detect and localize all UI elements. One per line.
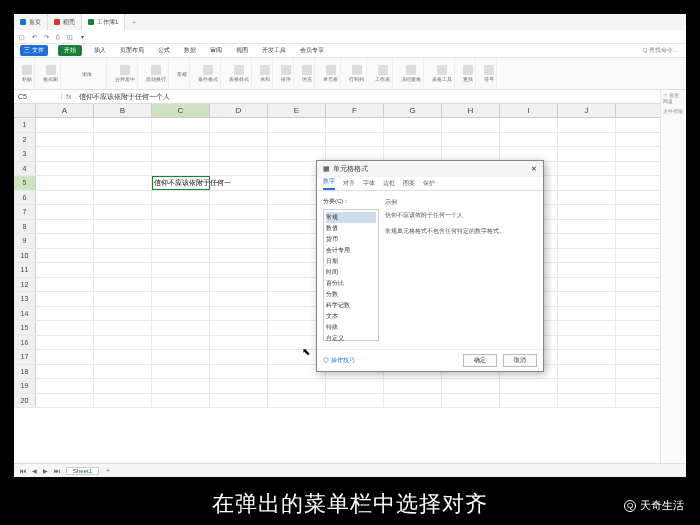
- tips-link[interactable]: ◎ 操作技巧: [323, 356, 355, 365]
- format-painter-icon[interactable]: [46, 65, 56, 75]
- tab-layout[interactable]: 页面布局: [118, 46, 146, 55]
- cell[interactable]: [210, 234, 268, 248]
- cell[interactable]: [558, 321, 616, 335]
- col-e[interactable]: E: [268, 104, 326, 117]
- cell[interactable]: [152, 205, 210, 219]
- cell[interactable]: [36, 249, 94, 263]
- cell[interactable]: [152, 234, 210, 248]
- cell[interactable]: [384, 118, 442, 132]
- cell[interactable]: [94, 394, 152, 408]
- worksheet-icon[interactable]: [378, 65, 388, 75]
- cell[interactable]: [268, 379, 326, 393]
- cell[interactable]: [152, 133, 210, 147]
- sheet-nav-first-icon[interactable]: ⏮: [20, 468, 26, 474]
- tab-pattern[interactable]: 图案: [403, 179, 415, 190]
- row-header-9[interactable]: 9: [14, 234, 36, 248]
- fx-icon[interactable]: fx: [62, 93, 75, 100]
- category-item[interactable]: 百分比: [326, 278, 376, 289]
- cancel-button[interactable]: 取消: [503, 354, 537, 367]
- col-a[interactable]: A: [36, 104, 94, 117]
- cell[interactable]: [384, 133, 442, 147]
- select-all-corner[interactable]: [14, 104, 36, 117]
- col-g[interactable]: G: [384, 104, 442, 117]
- merge-icon[interactable]: [120, 65, 130, 75]
- cell[interactable]: [558, 263, 616, 277]
- tab-formula[interactable]: 公式: [156, 46, 172, 55]
- cell[interactable]: [94, 162, 152, 176]
- cell[interactable]: [558, 278, 616, 292]
- cell[interactable]: [558, 307, 616, 321]
- cell[interactable]: [152, 191, 210, 205]
- rowcol-icon[interactable]: [352, 65, 362, 75]
- row-header-19[interactable]: 19: [14, 379, 36, 393]
- cell[interactable]: [210, 133, 268, 147]
- cell[interactable]: [442, 118, 500, 132]
- cell[interactable]: [268, 118, 326, 132]
- cell[interactable]: [152, 118, 210, 132]
- sheet-nav-next-icon[interactable]: ▶: [43, 467, 48, 474]
- row-header-16[interactable]: 16: [14, 336, 36, 350]
- cell[interactable]: [36, 147, 94, 161]
- cell[interactable]: [94, 263, 152, 277]
- cell[interactable]: [36, 191, 94, 205]
- row-header-5[interactable]: 5: [14, 176, 36, 190]
- cell[interactable]: [94, 336, 152, 350]
- sort-icon[interactable]: [281, 65, 291, 75]
- new-tab-button[interactable]: ＋: [125, 18, 143, 27]
- cell[interactable]: [36, 336, 94, 350]
- cell[interactable]: [210, 365, 268, 379]
- cell[interactable]: [558, 249, 616, 263]
- cell[interactable]: [152, 263, 210, 277]
- row-header-17[interactable]: 17: [14, 350, 36, 364]
- cell[interactable]: [94, 220, 152, 234]
- category-item[interactable]: 日期: [326, 256, 376, 267]
- category-item[interactable]: 自定义: [326, 333, 376, 344]
- cell[interactable]: [558, 118, 616, 132]
- tab-docer[interactable]: 稻壳: [48, 14, 82, 30]
- cell[interactable]: [210, 220, 268, 234]
- formula-input[interactable]: 信仰不应该依附于任何一个人: [75, 92, 686, 102]
- cond-format-icon[interactable]: [203, 65, 213, 75]
- cell[interactable]: [36, 234, 94, 248]
- number-format[interactable]: 常规: [177, 71, 187, 77]
- col-d[interactable]: D: [210, 104, 268, 117]
- row-header-3[interactable]: 3: [14, 147, 36, 161]
- cell[interactable]: [558, 162, 616, 176]
- tab-workbook[interactable]: 工作簿1: [82, 14, 125, 30]
- cell[interactable]: [94, 321, 152, 335]
- freeze-icon[interactable]: [406, 65, 416, 75]
- cell[interactable]: [94, 118, 152, 132]
- fill-icon[interactable]: [302, 65, 312, 75]
- row-header-4[interactable]: 4: [14, 162, 36, 176]
- col-c[interactable]: C: [152, 104, 210, 117]
- cell[interactable]: [36, 321, 94, 335]
- category-item[interactable]: 会计专用: [326, 245, 376, 256]
- col-h[interactable]: H: [442, 104, 500, 117]
- cell[interactable]: [210, 263, 268, 277]
- cell[interactable]: [210, 394, 268, 408]
- qat-preview-icon[interactable]: ◫: [66, 33, 74, 40]
- cell[interactable]: [152, 394, 210, 408]
- row-header-11[interactable]: 11: [14, 263, 36, 277]
- cell[interactable]: [36, 205, 94, 219]
- cell[interactable]: [384, 147, 442, 161]
- cell[interactable]: [94, 278, 152, 292]
- symbol-icon[interactable]: [484, 65, 494, 75]
- cell[interactable]: [442, 379, 500, 393]
- cell[interactable]: [558, 234, 616, 248]
- cell[interactable]: [152, 292, 210, 306]
- category-item[interactable]: 时间: [326, 267, 376, 278]
- add-sheet-button[interactable]: ＋: [105, 466, 111, 475]
- cell[interactable]: [152, 321, 210, 335]
- cell[interactable]: [152, 147, 210, 161]
- sheet-tab-1[interactable]: Sheet1: [66, 467, 99, 475]
- row-header-8[interactable]: 8: [14, 220, 36, 234]
- cell[interactable]: [94, 205, 152, 219]
- row-header-10[interactable]: 10: [14, 249, 36, 263]
- cell[interactable]: [36, 220, 94, 234]
- cell[interactable]: [500, 394, 558, 408]
- cell[interactable]: [152, 249, 210, 263]
- cell[interactable]: [36, 394, 94, 408]
- cell[interactable]: [36, 176, 94, 190]
- row-header-1[interactable]: 1: [14, 118, 36, 132]
